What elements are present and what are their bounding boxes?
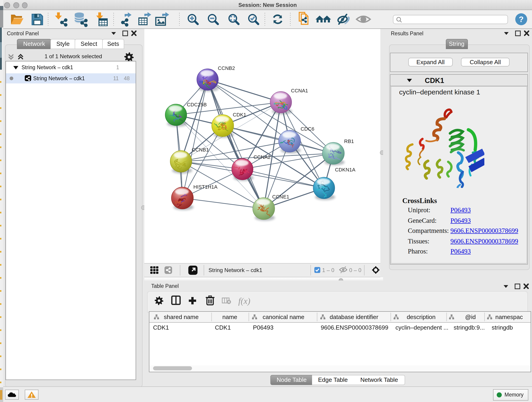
svg-text:0 – 0: 0 – 0 [349, 267, 361, 273]
svg-text:@id: @id [465, 313, 476, 320]
svg-text:CCNB1: CCNB1 [192, 147, 209, 153]
svg-text:CCNE1: CCNE1 [272, 194, 289, 200]
svg-text:canonical name: canonical name [263, 313, 304, 320]
svg-text:?: ? [519, 15, 524, 24]
svg-text:CDC6: CDC6 [301, 126, 314, 132]
svg-text:f(x): f(x) [238, 296, 250, 306]
svg-text:CDKN1A: CDKN1A [335, 167, 355, 172]
svg-text:CCNA1: CCNA1 [291, 88, 308, 94]
svg-text:HIST1H1A: HIST1H1A [193, 184, 217, 190]
svg-text:CCNB2: CCNB2 [218, 65, 235, 71]
svg-text:RB1: RB1 [344, 138, 354, 144]
svg-text:CCNA2: CCNA2 [253, 154, 271, 160]
svg-text:description: description [407, 313, 436, 320]
svg-text:CDC25B: CDC25B [187, 102, 207, 108]
svg-text:CDK1: CDK1 [233, 112, 246, 118]
svg-text:namespac: namespac [495, 313, 523, 320]
svg-text:1 – 0: 1 – 0 [322, 267, 334, 273]
svg-text:name: name [222, 313, 237, 320]
svg-text:database identifier: database identifier [330, 313, 379, 320]
svg-text:String Network – cdk1: String Network – cdk1 [209, 267, 262, 273]
svg-text:shared name: shared name [164, 313, 199, 320]
